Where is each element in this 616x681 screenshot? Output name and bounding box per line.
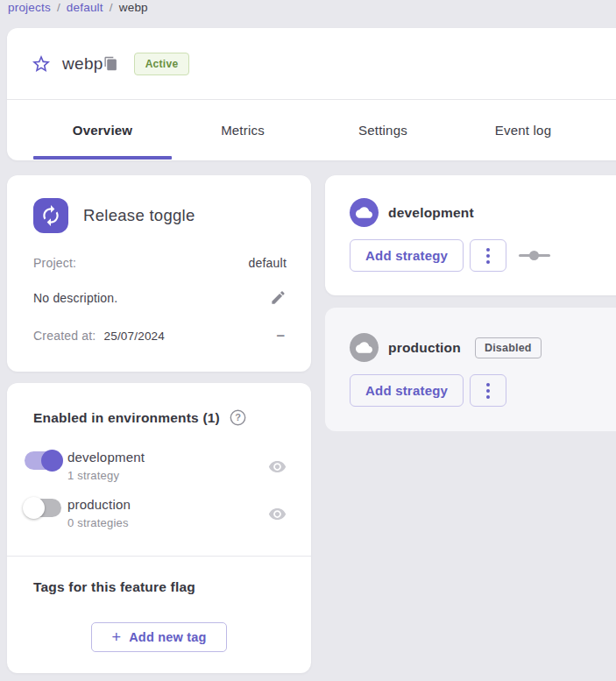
environments-heading: Enabled in environments (1)	[33, 410, 220, 426]
breadcrumb-default-link[interactable]: default	[67, 1, 103, 14]
toggle-knob	[23, 497, 45, 519]
connector-dot	[529, 251, 539, 260]
flag-type-label: Release toggle	[83, 206, 195, 225]
cloud-icon	[356, 204, 372, 221]
flag-type-header: Release toggle	[33, 198, 287, 233]
panel-actions: Add strategy	[350, 239, 616, 272]
created-row: Created at: 25/07/2024 –	[33, 329, 287, 343]
feature-tabs: Overview Metrics Settings Event log	[7, 100, 616, 160]
status-badge: Active	[134, 53, 190, 75]
development-environment-panel: development Add strategy	[325, 175, 616, 295]
panel-header: development	[350, 198, 616, 227]
kebab-icon	[486, 260, 490, 264]
plus-icon: +	[111, 631, 121, 643]
breadcrumb-separator: /	[110, 1, 113, 14]
active-tab-indicator	[33, 156, 172, 160]
add-strategy-button[interactable]: Add strategy	[350, 374, 464, 407]
environment-info: production 0 strategies	[67, 497, 131, 530]
environment-row-production: production 0 strategies	[25, 497, 287, 530]
eye-icon	[268, 505, 287, 523]
svg-text:?: ?	[235, 412, 241, 422]
environment-menu-button[interactable]	[470, 239, 506, 272]
tab-overview[interactable]: Overview	[32, 100, 173, 160]
help-icon[interactable]: ?	[230, 409, 246, 426]
kebab-icon	[486, 383, 490, 387]
description-row: No description.	[33, 289, 287, 306]
production-environment-icon	[350, 333, 379, 362]
breadcrumb-separator: /	[57, 1, 60, 14]
flag-type-card: Release toggle Project: default No descr…	[7, 175, 311, 372]
tab-event-log[interactable]: Event log	[453, 100, 593, 160]
environments-card: Enabled in environments (1) ? developmen…	[7, 383, 311, 673]
tab-metrics[interactable]: Metrics	[173, 100, 313, 160]
cloud-icon	[356, 339, 372, 356]
eye-icon	[268, 458, 287, 476]
environment-name: production	[67, 497, 131, 513]
edit-description-button[interactable]	[270, 289, 287, 306]
environment-panel-name: development	[388, 205, 474, 221]
project-row: Project: default	[33, 256, 287, 270]
development-environment-icon	[350, 198, 379, 227]
star-icon	[31, 53, 52, 74]
card-divider	[7, 556, 311, 557]
environment-name: development	[67, 450, 145, 465]
kebab-icon	[486, 248, 490, 252]
page-title: webp	[62, 54, 103, 74]
copy-name-button[interactable]	[103, 56, 118, 71]
project-value: default	[249, 256, 287, 270]
strategy-connector-icon	[519, 254, 550, 257]
pencil-icon	[270, 289, 287, 306]
feature-header-card: webp Active Overview Metrics Settings Ev…	[7, 28, 616, 160]
add-new-tag-button[interactable]: + Add new tag	[91, 622, 227, 652]
feature-title-row: webp Active	[7, 28, 616, 100]
kebab-icon	[486, 389, 490, 393]
environment-strategy-count: 0 strategies	[67, 516, 131, 530]
project-label: Project:	[33, 256, 76, 270]
environment-info: development 1 strategy	[67, 450, 145, 483]
development-toggle[interactable]	[25, 451, 61, 470]
add-strategy-button[interactable]: Add strategy	[350, 239, 464, 272]
breadcrumb-current-page: webp	[119, 1, 148, 14]
created-label: Created at:	[33, 329, 96, 343]
production-toggle[interactable]	[25, 499, 61, 517]
release-toggle-icon	[33, 198, 68, 233]
environments-heading-row: Enabled in environments (1) ?	[33, 409, 287, 426]
kebab-icon	[486, 254, 490, 258]
production-visibility-button[interactable]	[268, 505, 287, 523]
copy-icon	[103, 56, 118, 71]
development-visibility-button[interactable]	[268, 458, 287, 476]
environment-menu-button[interactable]	[470, 374, 506, 407]
breadcrumb: projects / default / webp	[8, 1, 148, 14]
panel-actions: Add strategy	[350, 374, 616, 407]
description-text: No description.	[33, 291, 117, 305]
favorite-button[interactable]	[31, 53, 52, 74]
tab-settings[interactable]: Settings	[313, 100, 453, 160]
toggle-knob	[41, 450, 63, 472]
tags-heading: Tags for this feature flag	[33, 579, 195, 595]
created-value: 25/07/2024	[103, 330, 165, 343]
kebab-icon	[486, 395, 490, 399]
collapse-button[interactable]: –	[275, 331, 287, 340]
environment-row-development: development 1 strategy	[25, 450, 287, 483]
environment-strategy-count: 1 strategy	[67, 469, 145, 483]
add-tag-label: Add new tag	[129, 630, 206, 644]
environment-panel-name: production	[388, 340, 461, 356]
sync-icon	[39, 204, 62, 227]
production-environment-panel: production Disabled Add strategy	[325, 308, 616, 431]
disabled-badge: Disabled	[475, 337, 542, 358]
breadcrumb-projects-link[interactable]: projects	[8, 1, 51, 14]
panel-header: production Disabled	[350, 333, 616, 362]
